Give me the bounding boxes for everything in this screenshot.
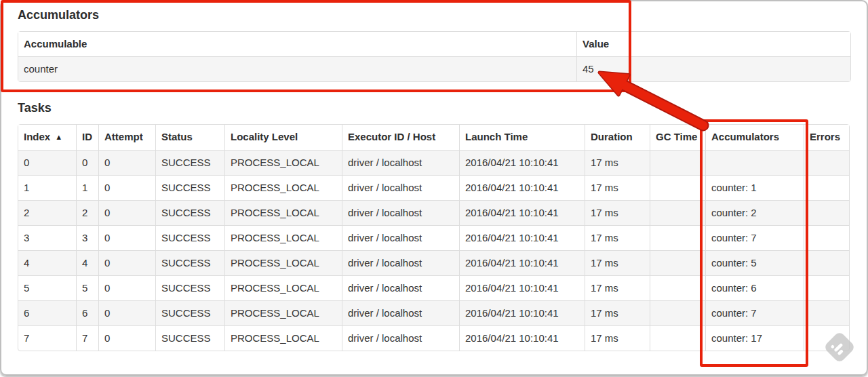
table-cell bbox=[650, 325, 705, 351]
table-cell bbox=[804, 150, 849, 175]
table-cell bbox=[804, 250, 849, 275]
table-cell: 5 bbox=[18, 275, 76, 300]
table-cell: 2016/04/21 10:10:41 bbox=[459, 300, 585, 325]
table-cell: 4 bbox=[18, 250, 76, 275]
table-cell bbox=[650, 150, 705, 175]
table-cell: 2016/04/21 10:10:41 bbox=[459, 175, 585, 200]
column-header-status[interactable]: Status bbox=[155, 125, 224, 150]
column-header-label: ID bbox=[82, 131, 92, 142]
table-row: 660SUCCESSPROCESS_LOCALdriver / localhos… bbox=[18, 300, 849, 325]
table-cell: 0 bbox=[76, 150, 98, 175]
table-cell: 17 ms bbox=[585, 325, 650, 351]
table-cell: 5 bbox=[76, 275, 98, 300]
table-cell bbox=[804, 175, 849, 200]
column-header-label: Value bbox=[583, 38, 609, 49]
column-header-value: Value bbox=[576, 32, 850, 56]
table-cell: 2016/04/21 10:10:41 bbox=[459, 325, 585, 351]
table-cell: PROCESS_LOCAL bbox=[224, 250, 342, 275]
table-cell: driver / localhost bbox=[342, 300, 459, 325]
table-cell: counter bbox=[18, 56, 576, 81]
column-header-label: Accumulable bbox=[24, 38, 87, 49]
table-cell: 2016/04/21 10:10:41 bbox=[459, 150, 585, 175]
table-row: 110SUCCESSPROCESS_LOCALdriver / localhos… bbox=[18, 175, 849, 200]
table-cell: 2 bbox=[76, 200, 98, 225]
table-cell: 0 bbox=[98, 300, 155, 325]
sort-ascending-icon: ▲ bbox=[55, 133, 62, 141]
table-cell: driver / localhost bbox=[342, 200, 459, 225]
table-cell: 17 ms bbox=[585, 150, 650, 175]
table-cell: 17 ms bbox=[585, 225, 650, 250]
table-cell: 7 bbox=[76, 325, 98, 351]
table-row: counter45 bbox=[18, 56, 850, 81]
table-cell: 0 bbox=[98, 200, 155, 225]
column-header-label: Duration bbox=[591, 131, 633, 142]
tasks-table: Index▲IDAttemptStatusLocality LevelExecu… bbox=[18, 124, 850, 351]
table-cell: 3 bbox=[76, 225, 98, 250]
table-cell bbox=[650, 275, 705, 300]
table-cell: 1 bbox=[76, 175, 98, 200]
table-cell: PROCESS_LOCAL bbox=[224, 300, 342, 325]
table-cell: counter: 17 bbox=[705, 325, 804, 351]
table-cell: PROCESS_LOCAL bbox=[224, 275, 342, 300]
table-cell: 1 bbox=[18, 175, 76, 200]
tasks-section-title: Tasks bbox=[18, 101, 850, 115]
column-header-label: Accumulators bbox=[711, 131, 779, 142]
table-cell: driver / localhost bbox=[342, 275, 459, 300]
table-cell: SUCCESS bbox=[155, 225, 224, 250]
table-cell bbox=[804, 300, 849, 325]
table-cell: counter: 2 bbox=[705, 200, 804, 225]
column-header-attempt[interactable]: Attempt bbox=[98, 125, 155, 150]
column-header-locality-level[interactable]: Locality Level bbox=[224, 125, 342, 150]
table-row: 330SUCCESSPROCESS_LOCALdriver / localhos… bbox=[18, 225, 849, 250]
table-cell: counter: 6 bbox=[705, 275, 804, 300]
column-header-errors[interactable]: Errors bbox=[804, 125, 849, 150]
column-header-label: GC Time bbox=[656, 131, 697, 142]
table-cell: SUCCESS bbox=[155, 275, 224, 300]
table-cell: PROCESS_LOCAL bbox=[224, 150, 342, 175]
column-header-label: Attempt bbox=[104, 131, 143, 142]
column-header-executor-id-host[interactable]: Executor ID / Host bbox=[342, 125, 459, 150]
column-header-accumulable: Accumulable bbox=[18, 32, 576, 56]
table-cell bbox=[804, 275, 849, 300]
column-header-label: Status bbox=[161, 131, 193, 142]
table-cell bbox=[804, 225, 849, 250]
table-cell: 0 bbox=[98, 275, 155, 300]
table-cell bbox=[705, 150, 804, 175]
column-header-duration[interactable]: Duration bbox=[585, 125, 650, 150]
table-cell: PROCESS_LOCAL bbox=[224, 175, 342, 200]
table-cell: 2016/04/21 10:10:41 bbox=[459, 275, 585, 300]
column-header-launch-time[interactable]: Launch Time bbox=[459, 125, 585, 150]
table-cell: 7 bbox=[18, 325, 76, 351]
table-cell: SUCCESS bbox=[155, 325, 224, 351]
table-cell: driver / localhost bbox=[342, 225, 459, 250]
table-cell bbox=[650, 250, 705, 275]
column-header-index[interactable]: Index▲ bbox=[18, 125, 76, 150]
table-row: 220SUCCESSPROCESS_LOCALdriver / localhos… bbox=[18, 200, 849, 225]
column-header-id[interactable]: ID bbox=[76, 125, 98, 150]
column-header-label: Errors bbox=[810, 131, 840, 142]
table-cell: driver / localhost bbox=[342, 250, 459, 275]
column-header-gc-time[interactable]: GC Time bbox=[650, 125, 705, 150]
column-header-label: Launch Time bbox=[465, 131, 528, 142]
table-cell: 17 ms bbox=[585, 200, 650, 225]
table-cell: 17 ms bbox=[585, 300, 650, 325]
table-cell: 0 bbox=[98, 175, 155, 200]
table-cell: 2 bbox=[18, 200, 76, 225]
accumulators-section-title: Accumulators bbox=[18, 8, 850, 22]
column-header-accumulators[interactable]: Accumulators bbox=[705, 125, 804, 150]
table-cell: 2016/04/21 10:10:41 bbox=[459, 225, 585, 250]
table-cell bbox=[804, 325, 849, 351]
table-row: 550SUCCESSPROCESS_LOCALdriver / localhos… bbox=[18, 275, 849, 300]
table-cell: 6 bbox=[76, 300, 98, 325]
table-cell: 2016/04/21 10:10:41 bbox=[459, 200, 585, 225]
table-cell bbox=[804, 200, 849, 225]
page-content: Accumulators AccumulableValue counter45 … bbox=[18, 8, 850, 351]
table-cell: 0 bbox=[98, 250, 155, 275]
table-cell: counter: 7 bbox=[705, 300, 804, 325]
table-cell: PROCESS_LOCAL bbox=[224, 225, 342, 250]
table-cell: SUCCESS bbox=[155, 150, 224, 175]
column-header-label: Index bbox=[24, 131, 50, 142]
table-cell: driver / localhost bbox=[342, 325, 459, 351]
table-cell: SUCCESS bbox=[155, 250, 224, 275]
table-cell: driver / localhost bbox=[342, 150, 459, 175]
